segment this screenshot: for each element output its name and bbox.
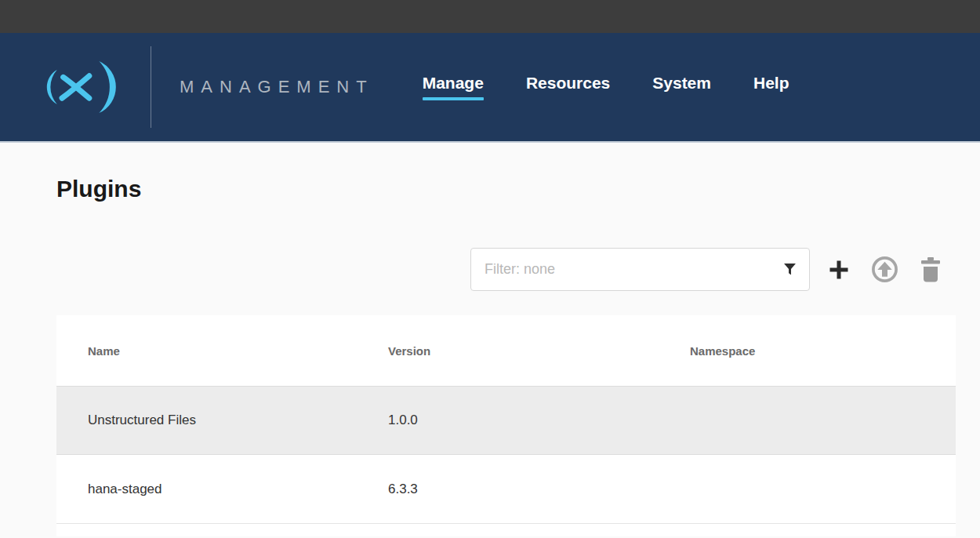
nav-item-manage[interactable]: Manage xyxy=(423,74,484,100)
main-nav: Manage Resources System Help xyxy=(423,74,789,100)
filter-menu-button[interactable] xyxy=(782,262,797,278)
upload-plugin-button[interactable] xyxy=(870,255,899,284)
cell-name: hana-staged xyxy=(88,482,388,497)
header-divider xyxy=(151,46,151,128)
table-row-unstructured-files[interactable]: Unstructured Files 1.0.0 xyxy=(56,386,956,455)
cell-name: Unstructured Files xyxy=(88,413,388,428)
app-header: MANAGEMENT Manage Resources System Help xyxy=(0,33,980,143)
delete-plugin-button[interactable] xyxy=(920,257,942,282)
plus-icon xyxy=(827,258,851,282)
nav-item-help-label: Help xyxy=(753,74,789,92)
nav-item-system[interactable]: System xyxy=(652,74,711,100)
page-content: Plugins xyxy=(56,176,956,536)
column-header-version: Version xyxy=(388,344,690,358)
cell-version: 6.3.3 xyxy=(388,482,690,497)
add-plugin-button[interactable] xyxy=(827,258,851,282)
cell-version: 1.0.0 xyxy=(388,413,690,428)
table-header-row: Name Version Namespace xyxy=(56,315,956,386)
nav-item-resources-label: Resources xyxy=(526,74,610,92)
column-header-name: Name xyxy=(88,344,388,358)
table-row-hana-staged[interactable]: hana-staged 6.3.3 xyxy=(56,455,956,524)
nav-item-manage-label: Manage xyxy=(423,74,484,92)
delphix-logo-icon[interactable] xyxy=(36,56,118,118)
active-tab-underline xyxy=(423,97,484,100)
column-header-namespace: Namespace xyxy=(690,344,924,358)
plugins-table: Name Version Namespace Unstructured File… xyxy=(56,315,956,536)
filter-field-wrap xyxy=(470,248,810,291)
nav-item-system-label: System xyxy=(652,74,711,92)
upload-arrow-circle-icon xyxy=(870,255,899,284)
nav-item-resources[interactable]: Resources xyxy=(526,74,610,100)
page-title: Plugins xyxy=(56,176,956,202)
brand-title: MANAGEMENT xyxy=(180,77,374,97)
window-chrome-strip xyxy=(0,0,980,33)
plugins-toolbar xyxy=(56,248,956,291)
nav-item-help[interactable]: Help xyxy=(753,74,789,100)
trash-icon xyxy=(920,257,942,282)
funnel-icon xyxy=(783,263,797,276)
filter-input[interactable] xyxy=(470,248,810,291)
